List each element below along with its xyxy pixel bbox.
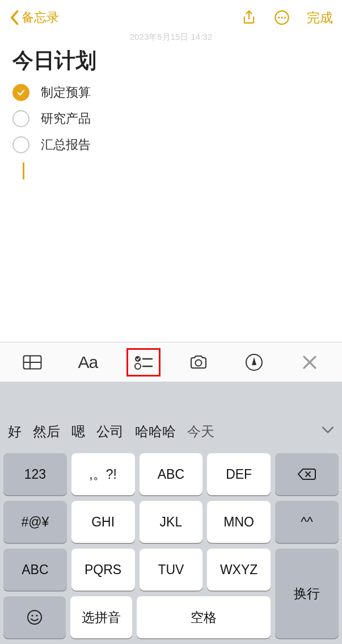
svg-point-14 bbox=[31, 614, 33, 616]
checklist-button[interactable] bbox=[126, 348, 161, 377]
checklist-label: 研究产品 bbox=[41, 110, 91, 127]
nav-bar: 备忘录 完成 bbox=[0, 0, 342, 35]
key-ghi[interactable]: GHI bbox=[71, 501, 135, 543]
back-button[interactable]: 备忘录 bbox=[9, 9, 59, 26]
checkbox-checked[interactable] bbox=[12, 84, 29, 101]
suggestion[interactable]: 然后 bbox=[33, 423, 60, 441]
nav-actions: 完成 bbox=[241, 9, 333, 27]
done-button[interactable]: 完成 bbox=[307, 9, 333, 27]
suggestion-bar: 好 然后 嗯 公司 哈哈哈 今天 bbox=[0, 413, 342, 450]
svg-point-1 bbox=[278, 16, 280, 18]
ellipsis-circle-icon bbox=[274, 10, 290, 26]
suggestion[interactable]: 好 bbox=[8, 423, 22, 441]
key-tuv[interactable]: TUV bbox=[140, 549, 203, 591]
checklist-item[interactable]: 汇总报告 bbox=[12, 136, 330, 153]
chevron-down-icon bbox=[322, 424, 334, 436]
key-pinyin[interactable]: 选拼音 bbox=[70, 596, 133, 638]
key-abc[interactable]: ABC bbox=[140, 453, 203, 495]
key-backspace[interactable] bbox=[275, 453, 339, 495]
table-icon bbox=[23, 353, 42, 372]
checklist-item[interactable]: 研究产品 bbox=[12, 110, 330, 127]
more-button[interactable] bbox=[274, 10, 290, 26]
key-123[interactable]: 123 bbox=[3, 453, 67, 495]
note-content[interactable]: 今日计划 制定预算 研究产品 汇总报告 bbox=[0, 40, 342, 342]
key-caps[interactable]: ABC bbox=[3, 549, 67, 591]
table-button[interactable] bbox=[15, 348, 49, 377]
markup-button[interactable] bbox=[237, 348, 271, 377]
format-toolbar: Aa bbox=[0, 342, 342, 382]
checkmark-icon bbox=[16, 88, 26, 97]
svg-point-7 bbox=[135, 356, 141, 362]
key-pqrs[interactable]: PQRS bbox=[71, 549, 135, 591]
text-format-button[interactable]: Aa bbox=[71, 348, 105, 377]
back-label: 备忘录 bbox=[22, 9, 59, 26]
note-title[interactable]: 今日计划 bbox=[12, 47, 330, 75]
key-face[interactable]: ^^ bbox=[275, 501, 339, 543]
svg-point-9 bbox=[135, 363, 141, 369]
markup-icon bbox=[244, 353, 264, 372]
backspace-icon bbox=[297, 467, 316, 481]
checklist-icon bbox=[134, 353, 153, 372]
suggestion[interactable]: 公司 bbox=[96, 423, 124, 441]
share-icon bbox=[241, 10, 257, 26]
checkbox-unchecked[interactable] bbox=[12, 136, 29, 153]
svg-point-3 bbox=[284, 16, 286, 18]
checkbox-unchecked[interactable] bbox=[12, 110, 29, 127]
key-wxyz[interactable]: WXYZ bbox=[207, 549, 271, 591]
svg-point-2 bbox=[281, 16, 282, 18]
svg-point-15 bbox=[36, 614, 37, 616]
dismiss-keyboard-button[interactable] bbox=[293, 348, 327, 377]
camera-button[interactable] bbox=[181, 348, 216, 377]
suggestion[interactable]: 嗯 bbox=[71, 423, 85, 441]
keypad: 123 ,。?! ABC DEF #@¥ GHI JKL MNO ABC PQR… bbox=[0, 450, 342, 644]
key-emoji[interactable] bbox=[3, 596, 66, 638]
emoji-icon bbox=[26, 609, 43, 626]
text-cursor bbox=[23, 162, 24, 179]
share-button[interactable] bbox=[241, 10, 257, 26]
key-punct[interactable]: ,。?! bbox=[71, 453, 135, 495]
suggestion[interactable]: 哈哈哈 bbox=[135, 423, 176, 441]
key-mno[interactable]: MNO bbox=[207, 501, 271, 543]
svg-point-13 bbox=[28, 610, 41, 624]
checklist-item[interactable]: 制定预算 bbox=[12, 84, 330, 101]
close-icon bbox=[300, 353, 319, 372]
key-space[interactable]: 空格 bbox=[137, 596, 271, 638]
checklist-label: 汇总报告 bbox=[41, 136, 91, 153]
key-jkl[interactable]: JKL bbox=[140, 501, 203, 543]
chevron-left-icon bbox=[9, 10, 19, 26]
key-def[interactable]: DEF bbox=[207, 453, 271, 495]
note-timestamp: 2023年5月15日 14:32 bbox=[0, 32, 342, 40]
expand-suggestions[interactable] bbox=[322, 424, 334, 440]
key-enter[interactable]: 换行 bbox=[275, 549, 339, 638]
checklist-label: 制定预算 bbox=[41, 84, 91, 101]
keyboard: 好 然后 嗯 公司 哈哈哈 今天 123 ,。?! ABC DEF #@¥ GH… bbox=[0, 382, 342, 644]
camera-icon bbox=[189, 353, 208, 372]
svg-point-11 bbox=[196, 359, 202, 366]
key-symbols[interactable]: #@¥ bbox=[3, 501, 67, 543]
suggestion[interactable]: 今天 bbox=[187, 423, 214, 441]
